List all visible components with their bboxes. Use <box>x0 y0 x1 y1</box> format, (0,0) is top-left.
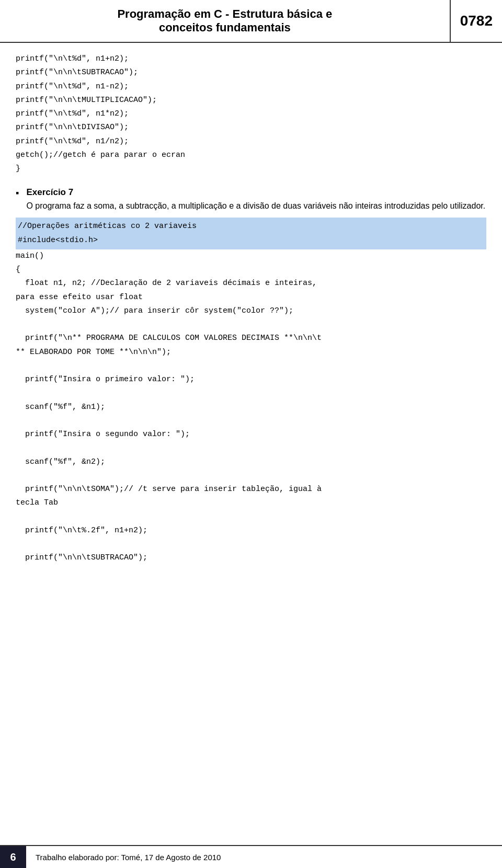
code-line-highlighted: //Operações aritméticas co 2 variaveis <box>16 220 486 233</box>
code-line <box>16 538 486 551</box>
header-page-number: 0782 <box>450 0 502 42</box>
code-line: scanf("%f", &n2); <box>16 455 486 469</box>
code-line <box>16 359 486 373</box>
code-line: printf("\n\t%d", n1/n2); <box>16 135 486 149</box>
code-line: printf("Insira o primeiro valor: "); <box>16 373 486 386</box>
code-line: tecla Tab <box>16 496 486 510</box>
main-content: printf("\n\t%d", n1+n2); printf("\n\n\tS… <box>0 43 502 608</box>
exercise-block: ▪ Exercício 7 O programa faz a soma, a s… <box>16 187 486 212</box>
code-line <box>16 441 486 455</box>
code-section-top: printf("\n\t%d", n1+n2); printf("\n\n\tS… <box>16 52 486 176</box>
code-line <box>16 510 486 524</box>
exercise-description: O programa faz a soma, a subtracção, a m… <box>26 200 485 212</box>
code-section-bottom: main() { float n1, n2; //Declaração de 2… <box>16 249 486 565</box>
code-line: printf("\n** PROGRAMA DE CALCULOS COM VA… <box>16 332 486 345</box>
code-line: printf("\n\t%d", n1*n2); <box>16 107 486 121</box>
code-line: printf("\n\n\tMULTIPLICACAO"); <box>16 94 486 107</box>
code-line <box>16 318 486 332</box>
header-title-sub: conceitos fundamentais <box>10 21 439 35</box>
code-line: printf("\n\n\tSUBTRACAO"); <box>16 66 486 79</box>
code-line <box>16 386 486 400</box>
code-line: } <box>16 162 486 176</box>
code-section-highlighted: //Operações aritméticas co 2 variaveis #… <box>16 218 486 249</box>
footer-page-number: 6 <box>0 846 26 868</box>
code-line <box>16 469 486 483</box>
code-line: main() <box>16 249 486 263</box>
code-line <box>16 414 486 428</box>
code-line: printf("\n\n\tSOMA");// /t serve para in… <box>16 483 486 496</box>
code-line: float n1, n2; //Declaração de 2 variavei… <box>16 277 486 290</box>
page-header: Programação em C - Estrutura básica e co… <box>0 0 502 43</box>
code-line: printf("Insira o segundo valor: "); <box>16 428 486 441</box>
code-line: { <box>16 263 486 277</box>
code-line: ** ELABORADO POR TOME **\n\n\n"); <box>16 346 486 359</box>
code-line: para esse efeito usar float <box>16 291 486 304</box>
exercise-bullet: ▪ <box>16 188 19 199</box>
header-title-main: Programação em C - Estrutura básica e <box>10 7 439 21</box>
code-line: scanf("%f", &n1); <box>16 401 486 414</box>
code-line: getch();//getch é para parar o ecran <box>16 149 486 162</box>
exercise-label: Exercício 7 <box>26 187 73 197</box>
page-footer: 6 Trabalho elaborado por: Tomé, 17 de Ag… <box>0 845 502 868</box>
code-line: printf("\n\t%d", n1+n2); <box>16 52 486 66</box>
header-title-block: Programação em C - Estrutura básica e co… <box>0 0 450 42</box>
code-line: printf("\n\t%d", n1-n2); <box>16 80 486 94</box>
exercise-content: Exercício 7 O programa faz a soma, a sub… <box>26 187 485 212</box>
code-line: system("color A");// para inserir côr sy… <box>16 304 486 318</box>
code-line: printf("\n\n\tSUBTRACAO"); <box>16 551 486 565</box>
code-line: printf("\n\n\tDIVISAO"); <box>16 121 486 134</box>
code-line: printf("\n\t%.2f", n1+n2); <box>16 524 486 538</box>
footer-text: Trabalho elaborado por: Tomé, 17 de Agos… <box>26 846 230 868</box>
code-line-highlighted: #include<stdio.h> <box>16 234 486 247</box>
